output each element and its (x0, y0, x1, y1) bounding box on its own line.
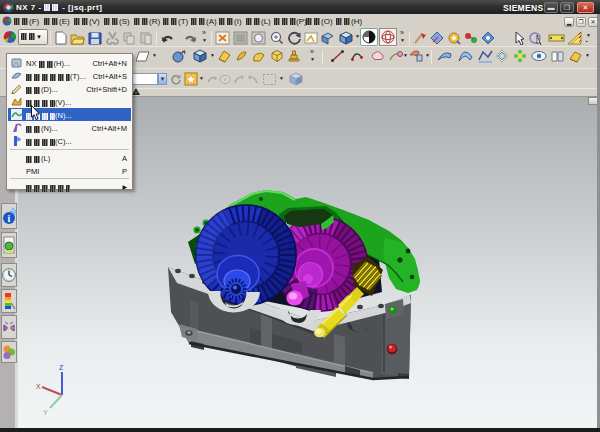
svg-text:Z: Z (59, 364, 64, 371)
svg-text:Y: Y (43, 409, 48, 415)
svg-text:X: X (36, 383, 41, 390)
